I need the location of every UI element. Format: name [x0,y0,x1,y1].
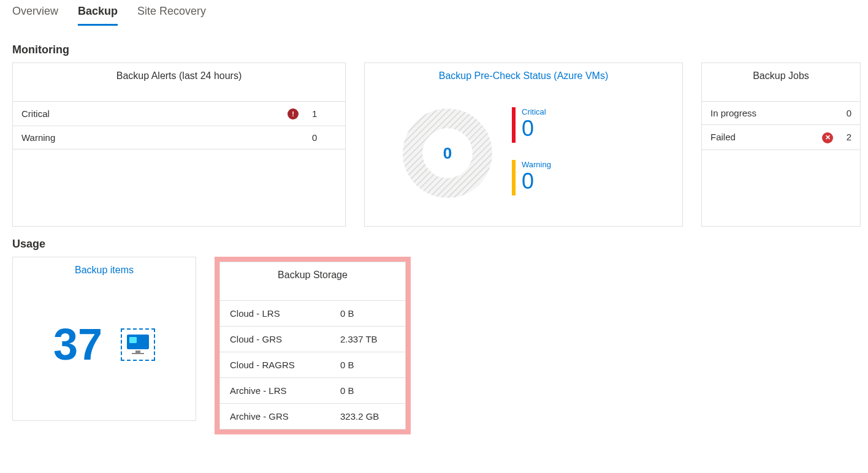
precheck-warning[interactable]: Warning 0 [512,160,551,195]
backup-items-title[interactable]: Backup items [13,257,196,283]
storage-row-label: Cloud - LRS [230,308,340,319]
storage-row-value: 323.2 GB [340,411,395,422]
jobs-row-failed[interactable]: Failed ✕ 2 [702,125,860,150]
backup-jobs-card[interactable]: Backup Jobs In progress 0 Failed ✕ 2 [701,62,861,227]
backup-alerts-title: Backup Alerts (last 24 hours) [13,63,345,89]
tab-backup[interactable]: Backup [78,0,118,26]
usage-heading: Usage [12,238,856,251]
precheck-critical-value: 0 [522,118,546,140]
critical-icon: ! [287,108,312,119]
storage-row-value: 0 B [340,360,395,370]
backup-storage-card[interactable]: Backup Storage Cloud - LRS 0 B Cloud - G… [219,262,406,429]
precheck-donut: 0 [402,107,493,199]
precheck-card[interactable]: Backup Pre-Check Status (Azure VMs) 0 [364,62,683,227]
critical-bar-icon [512,107,516,143]
svg-rect-6 [132,353,144,354]
tab-overview[interactable]: Overview [12,0,58,26]
precheck-warning-value: 0 [522,170,551,192]
alerts-critical-label: Critical [21,108,287,119]
storage-row[interactable]: Archive - GRS 323.2 GB [220,403,405,429]
backup-items-card[interactable]: Backup items 37 [12,257,196,421]
failed-icon: ✕ [822,131,838,143]
storage-row-value: 2.337 TB [340,334,395,344]
storage-row-value: 0 B [340,308,395,319]
jobs-inprogress-label: In progress [710,108,822,118]
jobs-failed-value: 2 [838,132,851,142]
backup-storage-title: Backup Storage [220,262,405,288]
jobs-inprogress-value: 0 [838,108,851,118]
storage-row-label: Archive - GRS [230,411,340,422]
storage-row[interactable]: Archive - LRS 0 B [220,377,405,403]
alerts-row-critical[interactable]: Critical ! 1 [13,101,345,126]
backup-storage-highlight: Backup Storage Cloud - LRS 0 B Cloud - G… [215,257,411,434]
svg-rect-5 [135,350,140,353]
precheck-warning-label: Warning [522,160,551,169]
backup-alerts-card[interactable]: Backup Alerts (last 24 hours) Critical !… [12,62,346,227]
jobs-row-inprogress[interactable]: In progress 0 [702,101,860,125]
storage-row[interactable]: Cloud - RAGRS 0 B [220,352,405,377]
monitoring-heading: Monitoring [12,44,856,56]
alerts-warning-label: Warning [21,132,287,143]
storage-row-label: Archive - LRS [230,385,340,396]
precheck-critical-label: Critical [522,107,546,116]
storage-row-label: Cloud - RAGRS [230,360,340,370]
vm-icon [121,328,155,361]
alerts-critical-value: 1 [312,108,337,119]
storage-row-label: Cloud - GRS [230,334,340,344]
alerts-row-warning[interactable]: Warning 0 [13,126,345,149]
precheck-title[interactable]: Backup Pre-Check Status (Azure VMs) [365,63,682,89]
monitoring-cards: Backup Alerts (last 24 hours) Critical !… [12,62,856,227]
precheck-center-value: 0 [402,107,493,199]
tabs: Overview Backup Site Recovery [12,0,856,26]
jobs-failed-label: Failed [710,132,822,142]
storage-row-value: 0 B [340,385,395,396]
backup-items-count: 37 [53,319,102,369]
warning-bar-icon [512,160,516,195]
backup-jobs-title: Backup Jobs [702,63,860,89]
svg-rect-4 [129,337,137,343]
precheck-critical[interactable]: Critical 0 [512,107,551,143]
storage-row[interactable]: Cloud - LRS 0 B [220,300,405,326]
alerts-warning-value: 0 [312,132,337,143]
storage-row[interactable]: Cloud - GRS 2.337 TB [220,326,405,352]
usage-cards: Backup items 37 Backup Storage Cloud - L… [12,257,856,434]
tab-site-recovery[interactable]: Site Recovery [137,0,206,26]
